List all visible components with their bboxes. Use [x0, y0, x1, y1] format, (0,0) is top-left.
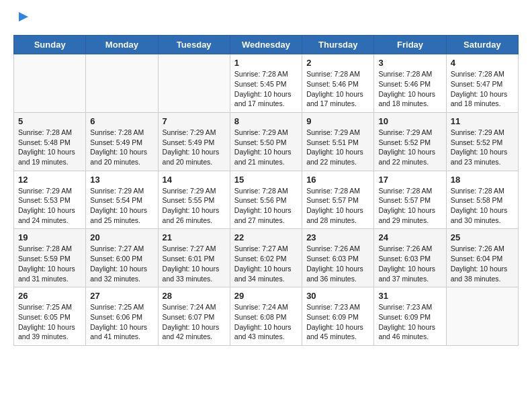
day-info: Sunrise: 7:23 AMSunset: 6:09 PMDaylight:… [378, 302, 441, 342]
day-number: 14 [163, 175, 226, 185]
day-number: 1 [234, 58, 298, 68]
calendar-day-31: 31Sunrise: 7:23 AMSunset: 6:09 PMDayligh… [374, 287, 446, 346]
day-info: Sunrise: 7:26 AMSunset: 6:03 PMDaylight:… [378, 244, 441, 283]
day-info: Sunrise: 7:28 AMSunset: 5:45 PMDaylight:… [234, 69, 298, 109]
day-info: Sunrise: 7:29 AMSunset: 5:53 PMDaylight:… [18, 186, 81, 226]
day-info: Sunrise: 7:29 AMSunset: 5:54 PMDaylight:… [90, 186, 153, 226]
day-number: 29 [234, 291, 298, 301]
day-info: Sunrise: 7:28 AMSunset: 5:47 PMDaylight:… [451, 69, 514, 109]
day-info: Sunrise: 7:29 AMSunset: 5:50 PMDaylight:… [234, 128, 298, 167]
weekday-header-friday: Friday [374, 36, 446, 54]
day-number: 19 [18, 232, 81, 242]
calendar-day-24: 24Sunrise: 7:26 AMSunset: 6:03 PMDayligh… [374, 229, 446, 287]
calendar-day-25: 25Sunrise: 7:26 AMSunset: 6:04 PMDayligh… [446, 229, 518, 287]
calendar-day-15: 15Sunrise: 7:28 AMSunset: 5:56 PMDayligh… [230, 171, 302, 229]
calendar-day-29: 29Sunrise: 7:24 AMSunset: 6:08 PMDayligh… [230, 287, 302, 346]
calendar-day-1: 1Sunrise: 7:28 AMSunset: 5:45 PMDaylight… [230, 54, 302, 113]
day-number: 11 [451, 116, 514, 126]
day-number: 12 [18, 175, 81, 185]
weekday-header-saturday: Saturday [446, 36, 518, 54]
calendar-week-row: 26Sunrise: 7:25 AMSunset: 6:05 PMDayligh… [14, 287, 519, 346]
day-number: 31 [378, 291, 441, 301]
logo [13, 12, 31, 28]
day-info: Sunrise: 7:27 AMSunset: 6:02 PMDaylight:… [234, 244, 298, 283]
calendar-table: SundayMondayTuesdayWednesdayThursdayFrid… [13, 35, 519, 346]
day-number: 23 [306, 232, 369, 242]
day-info: Sunrise: 7:24 AMSunset: 6:08 PMDaylight:… [234, 302, 298, 342]
calendar-day-23: 23Sunrise: 7:26 AMSunset: 6:03 PMDayligh… [302, 229, 374, 287]
day-info: Sunrise: 7:29 AMSunset: 5:49 PMDaylight:… [163, 128, 226, 167]
day-number: 21 [163, 232, 226, 242]
calendar-day-12: 12Sunrise: 7:29 AMSunset: 5:53 PMDayligh… [14, 171, 86, 229]
day-info: Sunrise: 7:28 AMSunset: 5:46 PMDaylight:… [306, 69, 369, 109]
calendar-day-7: 7Sunrise: 7:29 AMSunset: 5:49 PMDaylight… [158, 112, 230, 171]
calendar-week-row: 19Sunrise: 7:28 AMSunset: 5:59 PMDayligh… [14, 229, 519, 287]
page-container: SundayMondayTuesdayWednesdayThursdayFrid… [0, 0, 532, 358]
day-number: 4 [451, 58, 514, 68]
day-info: Sunrise: 7:28 AMSunset: 5:46 PMDaylight:… [378, 69, 441, 109]
day-info: Sunrise: 7:29 AMSunset: 5:52 PMDaylight:… [451, 128, 514, 167]
day-info: Sunrise: 7:28 AMSunset: 5:56 PMDaylight:… [234, 186, 298, 226]
day-number: 9 [306, 116, 369, 126]
day-info: Sunrise: 7:29 AMSunset: 5:52 PMDaylight:… [378, 128, 441, 167]
day-number: 5 [18, 116, 81, 126]
day-info: Sunrise: 7:25 AMSunset: 6:05 PMDaylight:… [18, 302, 81, 342]
day-number: 13 [90, 175, 153, 185]
day-info: Sunrise: 7:27 AMSunset: 6:00 PMDaylight:… [90, 244, 153, 283]
day-number: 22 [234, 232, 298, 242]
calendar-day-8: 8Sunrise: 7:29 AMSunset: 5:50 PMDaylight… [230, 112, 302, 171]
calendar-day-26: 26Sunrise: 7:25 AMSunset: 6:05 PMDayligh… [14, 287, 86, 346]
calendar-empty-cell [446, 287, 518, 346]
weekday-header-wednesday: Wednesday [230, 36, 302, 54]
day-number: 2 [306, 58, 369, 68]
day-number: 28 [163, 291, 226, 301]
day-number: 3 [378, 58, 441, 68]
calendar-day-13: 13Sunrise: 7:29 AMSunset: 5:54 PMDayligh… [86, 171, 158, 229]
day-number: 27 [90, 291, 153, 301]
day-number: 6 [90, 116, 153, 126]
header [13, 12, 519, 28]
day-info: Sunrise: 7:24 AMSunset: 6:07 PMDaylight:… [163, 302, 226, 342]
day-info: Sunrise: 7:23 AMSunset: 6:09 PMDaylight:… [306, 302, 369, 342]
calendar-day-6: 6Sunrise: 7:28 AMSunset: 5:49 PMDaylight… [86, 112, 158, 171]
calendar-week-row: 1Sunrise: 7:28 AMSunset: 5:45 PMDaylight… [14, 54, 519, 113]
day-info: Sunrise: 7:28 AMSunset: 5:48 PMDaylight:… [18, 128, 81, 167]
day-info: Sunrise: 7:28 AMSunset: 5:59 PMDaylight:… [18, 244, 81, 283]
day-info: Sunrise: 7:28 AMSunset: 5:57 PMDaylight:… [378, 186, 441, 226]
calendar-empty-cell [14, 54, 86, 113]
calendar-day-20: 20Sunrise: 7:27 AMSunset: 6:00 PMDayligh… [86, 229, 158, 287]
day-number: 20 [90, 232, 153, 242]
calendar-day-10: 10Sunrise: 7:29 AMSunset: 5:52 PMDayligh… [374, 112, 446, 171]
day-info: Sunrise: 7:26 AMSunset: 6:04 PMDaylight:… [451, 244, 514, 283]
day-info: Sunrise: 7:25 AMSunset: 6:06 PMDaylight:… [90, 302, 153, 342]
day-info: Sunrise: 7:28 AMSunset: 5:49 PMDaylight:… [90, 128, 153, 167]
calendar-day-14: 14Sunrise: 7:29 AMSunset: 5:55 PMDayligh… [158, 171, 230, 229]
day-number: 25 [451, 232, 514, 242]
day-number: 24 [378, 232, 441, 242]
calendar-day-17: 17Sunrise: 7:28 AMSunset: 5:57 PMDayligh… [374, 171, 446, 229]
day-number: 18 [451, 175, 514, 185]
weekday-header-monday: Monday [86, 36, 158, 54]
calendar-day-3: 3Sunrise: 7:28 AMSunset: 5:46 PMDaylight… [374, 54, 446, 113]
weekday-header-sunday: Sunday [14, 36, 86, 54]
calendar-day-18: 18Sunrise: 7:28 AMSunset: 5:58 PMDayligh… [446, 171, 518, 229]
day-number: 30 [306, 291, 369, 301]
day-number: 17 [378, 175, 441, 185]
calendar-day-5: 5Sunrise: 7:28 AMSunset: 5:48 PMDaylight… [14, 112, 86, 171]
day-number: 15 [234, 175, 298, 185]
calendar-week-row: 12Sunrise: 7:29 AMSunset: 5:53 PMDayligh… [14, 171, 519, 229]
day-info: Sunrise: 7:29 AMSunset: 5:51 PMDaylight:… [306, 128, 369, 167]
day-info: Sunrise: 7:29 AMSunset: 5:55 PMDaylight:… [163, 186, 226, 226]
calendar-day-21: 21Sunrise: 7:27 AMSunset: 6:01 PMDayligh… [158, 229, 230, 287]
day-info: Sunrise: 7:28 AMSunset: 5:57 PMDaylight:… [306, 186, 369, 226]
calendar-day-11: 11Sunrise: 7:29 AMSunset: 5:52 PMDayligh… [446, 112, 518, 171]
day-number: 10 [378, 116, 441, 126]
calendar-week-row: 5Sunrise: 7:28 AMSunset: 5:48 PMDaylight… [14, 112, 519, 171]
day-info: Sunrise: 7:28 AMSunset: 5:58 PMDaylight:… [451, 186, 514, 226]
day-info: Sunrise: 7:26 AMSunset: 6:03 PMDaylight:… [306, 244, 369, 283]
day-number: 8 [234, 116, 298, 126]
calendar-day-16: 16Sunrise: 7:28 AMSunset: 5:57 PMDayligh… [302, 171, 374, 229]
day-number: 26 [18, 291, 81, 301]
logo-arrow-icon [16, 9, 31, 24]
day-info: Sunrise: 7:27 AMSunset: 6:01 PMDaylight:… [163, 244, 226, 283]
